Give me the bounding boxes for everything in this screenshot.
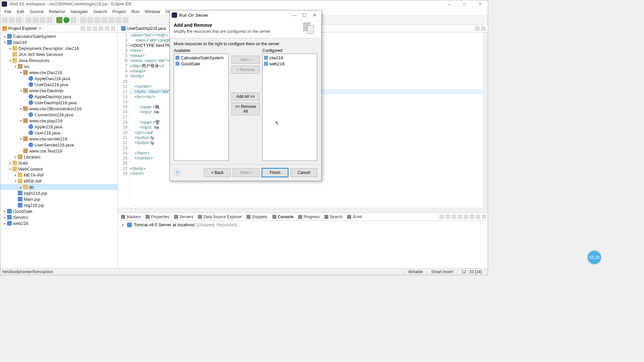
configured-item[interactable]: web216 [263, 61, 316, 67]
toolbar-button[interactable] [101, 17, 107, 23]
vertical-scrollbar[interactable] [483, 33, 488, 208]
tree-item[interactable]: ▾www.ctw.pojo216 [0, 118, 117, 124]
debug-button[interactable] [56, 17, 62, 23]
menu-run[interactable]: Run [129, 8, 142, 15]
menu-window[interactable]: Window [142, 8, 163, 15]
maximize-view-icon[interactable] [111, 26, 115, 31]
tree-item[interactable]: ▸Libraries [0, 154, 117, 160]
minimize-editor-icon[interactable] [475, 26, 480, 31]
next-button[interactable]: Next > [233, 168, 260, 177]
new-button[interactable] [2, 17, 8, 23]
toolbar-button[interactable] [115, 17, 121, 23]
save-button[interactable] [9, 17, 15, 23]
view-action-icon[interactable] [439, 215, 444, 219]
tree-item[interactable]: ▸CalculatorSaleSystem [0, 33, 117, 39]
run-button[interactable] [63, 17, 69, 23]
help-icon[interactable]: ? [174, 169, 180, 176]
add-all-button[interactable]: Add All >> [231, 93, 260, 101]
tree-item[interactable]: ▸Deployment Descriptor: ctw216 [0, 45, 117, 51]
menu-edit[interactable]: Edit [14, 8, 27, 15]
tree-item[interactable]: ▾ctw216 [0, 39, 117, 45]
toolbar-button[interactable] [25, 17, 32, 23]
menu-navigate[interactable]: Navigate [68, 8, 91, 15]
bottom-tab-snippets[interactable]: Snippets [245, 215, 270, 219]
bottom-tab-console[interactable]: Console [270, 215, 296, 219]
tree-item[interactable]: login216.jsp [0, 190, 117, 196]
dialog-titlebar[interactable]: Run On Server — ☐ ✕ [170, 10, 321, 20]
close-view-icon[interactable]: ✕ [38, 26, 42, 31]
toolbar-button[interactable] [70, 17, 76, 23]
tree-item[interactable]: ▸Servers [0, 214, 117, 220]
close-button[interactable]: ✕ [472, 0, 488, 8]
menu-source[interactable]: Source [27, 8, 46, 15]
menu-refactor[interactable]: Refactor [46, 8, 68, 15]
finish-button[interactable]: Finish [262, 168, 288, 177]
tree-item[interactable]: UserServlet216.java [0, 142, 117, 148]
dialog-close-button[interactable]: ✕ [310, 12, 319, 18]
available-listbox[interactable]: CalculatorSaleSystemGoodSale [174, 54, 229, 161]
configured-listbox[interactable]: ctw216web216 [262, 54, 317, 161]
tree-item[interactable]: JAX-WS Web Services [0, 51, 117, 57]
tree-item[interactable]: ▾www.ctw.DBconnection216 [0, 106, 117, 112]
remove-all-button[interactable]: << Remove All [231, 103, 260, 115]
view-action-icon[interactable] [445, 215, 450, 219]
tree-item[interactable]: ▾WebContent [0, 166, 117, 172]
horizontal-scrollbar[interactable] [118, 208, 488, 213]
tree-item[interactable]: ▾src [0, 63, 117, 69]
project-explorer-tab[interactable]: Project Explorer ✕ [0, 24, 117, 33]
server-name[interactable]: Tomcat v8.5 Server at localhost [134, 222, 195, 227]
tree-item[interactable]: ▾www.ctw.DaoImpl [0, 87, 117, 94]
maximize-button[interactable]: ☐ [457, 0, 472, 8]
toolbar-button[interactable] [80, 17, 86, 23]
minimize-button[interactable]: — [441, 0, 457, 8]
bottom-tab-markers[interactable]: Markers [119, 215, 143, 219]
view-menu-icon[interactable] [99, 26, 103, 31]
tree-item[interactable]: AppleDaoImpl.java [0, 94, 117, 100]
view-action-icon[interactable] [476, 215, 480, 219]
toolbar-button[interactable] [94, 17, 100, 23]
dialog-maximize-button[interactable]: ☐ [300, 12, 309, 18]
tree-item[interactable]: UserDao216.java [0, 81, 117, 87]
tree-item[interactable]: User216.java [0, 130, 117, 136]
tree-item[interactable]: ▾Java Resources [0, 57, 117, 63]
toolbar-button[interactable] [33, 17, 39, 23]
tree-item[interactable]: reg216.jsp [0, 202, 117, 208]
view-action-icon[interactable] [482, 215, 486, 219]
toolbar-button[interactable] [87, 17, 93, 23]
available-item[interactable]: GoodSale [175, 61, 228, 67]
editor-tab[interactable]: UserDaoImpl216.java [118, 24, 169, 32]
tree-item[interactable]: ▸GoodSale [0, 208, 117, 214]
tree-item[interactable]: ▸lib [0, 184, 117, 190]
menu-file[interactable]: File [2, 8, 14, 15]
dialog-minimize-button[interactable]: — [290, 12, 299, 18]
project-tree[interactable]: ▸CalculatorSaleSystem▾ctw216▸Deployment … [0, 33, 117, 268]
toolbar-button[interactable] [47, 17, 53, 23]
tree-item[interactable]: Apple216.java [0, 124, 117, 130]
filter-icon[interactable] [93, 26, 97, 31]
remove-button[interactable]: < Remove [231, 66, 260, 74]
back-button[interactable]: < Back [204, 168, 231, 177]
bottom-tab-servers[interactable]: Servers [172, 215, 195, 219]
bottom-tab-search[interactable]: Search [322, 215, 344, 219]
bottom-tab-data-source-explorer[interactable]: Data Source Explorer [196, 215, 244, 219]
cancel-button[interactable]: Cancel [290, 168, 317, 177]
tree-item[interactable]: ▸META-INF [0, 172, 117, 178]
view-action-icon[interactable] [458, 215, 462, 219]
tree-item[interactable]: ▾www.ctw.Dao216 [0, 69, 117, 75]
menu-project[interactable]: Project [110, 8, 128, 15]
toolbar-button[interactable] [40, 17, 46, 23]
tree-item[interactable]: AppleDao216.java [0, 75, 117, 81]
maximize-editor-icon[interactable] [481, 26, 486, 31]
tree-item[interactable]: www.ctw.Test216 [0, 148, 117, 154]
bottom-tab-properties[interactable]: Properties [144, 215, 171, 219]
tree-item[interactable]: ▸build [0, 160, 117, 166]
tree-item[interactable]: UserDaoImpl216.java [0, 100, 117, 106]
configured-item[interactable]: ctw216 [263, 55, 316, 61]
tree-item[interactable]: ▸web216 [0, 220, 117, 226]
view-action-icon[interactable] [451, 215, 456, 219]
tree-item[interactable]: ▾www.ctw.servlet216 [0, 136, 117, 142]
bottom-tab-progress[interactable]: Progress [296, 215, 322, 219]
tree-item[interactable]: Main.jsp [0, 196, 117, 202]
tree-item[interactable]: Connection216.java [0, 112, 117, 118]
view-action-icon[interactable] [470, 215, 474, 219]
